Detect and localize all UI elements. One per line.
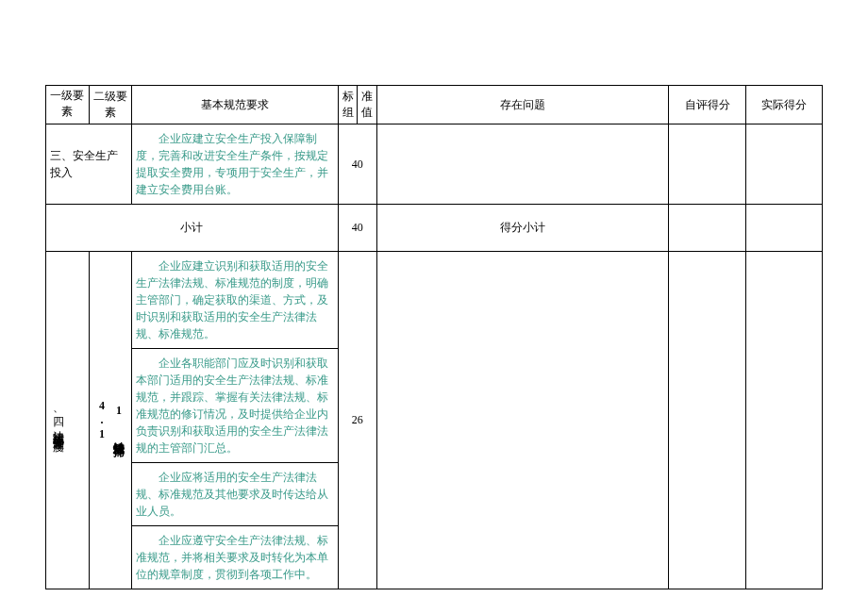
section4-item3: 企业应将适用的安全生产法律法规、标准规范及其他要求及时传达给从业人员。 <box>132 463 338 526</box>
section3-content: 企业应建立安全生产投入保障制度，完善和改进安全生产条件，按规定提取安全费用，专项… <box>132 124 338 205</box>
subtotal-row: 小计 40 得分小计 <box>46 205 823 252</box>
section3-level1: 三、安全生产投入 <box>46 124 132 205</box>
header-self-score: 自评得分 <box>669 86 745 124</box>
section4-score: 26 <box>338 252 376 589</box>
header-level1: 一级要素 <box>46 86 90 124</box>
section4-actual-score <box>745 252 822 589</box>
header-actual-score: 实际得分 <box>745 86 822 124</box>
section4-level2: 4.1 1 钟法规标捕 <box>89 252 132 589</box>
header-row: 一级要素 二级要素 基本规范要求 标 组 准 值 存在问题 自评得分 实际得分 <box>46 86 823 124</box>
header-issues: 存在问题 <box>376 86 669 124</box>
section4-level1: 四、法律法规与安全管理制度 <box>46 252 90 589</box>
subtotal-score: 40 <box>338 205 376 252</box>
subtotal-actual-score <box>745 205 822 252</box>
section4-item2: 企业各职能部门应及时识别和获取本部门适用的安全生产法律法规、标准规范，并跟踪、掌… <box>132 349 338 463</box>
section4-issues <box>376 252 669 589</box>
header-standard-b: 准 值 <box>358 86 376 124</box>
section3-actual-score <box>745 124 822 205</box>
section4-item4: 企业应遵守安全生产法律法规、标准规范，并将相关要求及时转化为本单位的规章制度，贯… <box>132 526 338 589</box>
section4-self-score <box>669 252 745 589</box>
header-standard-a: 标 组 <box>338 86 357 124</box>
header-requirements: 基本规范要求 <box>132 86 338 124</box>
section3-self-score <box>669 124 745 205</box>
subtotal-label: 小计 <box>46 205 339 252</box>
subtotal-subscore-label: 得分小计 <box>376 205 669 252</box>
header-level2: 二级要素 <box>89 86 132 124</box>
section3-score: 40 <box>338 124 376 205</box>
subtotal-self-score <box>669 205 745 252</box>
section3-issues <box>376 124 669 205</box>
assessment-table: 一级要素 二级要素 基本规范要求 标 组 准 值 存在问题 自评得分 实际得分 … <box>45 85 823 589</box>
row-section3: 三、安全生产投入 企业应建立安全生产投入保障制度，完善和改进安全生产条件，按规定… <box>46 124 823 205</box>
section4-item1: 企业应建立识别和获取适用的安全生产法律法规、标准规范的制度，明确主管部门，确定获… <box>132 252 338 349</box>
row-section4-item1: 四、法律法规与安全管理制度 4.1 1 钟法规标捕 企业应建立识别和获取适用的安… <box>46 252 823 349</box>
